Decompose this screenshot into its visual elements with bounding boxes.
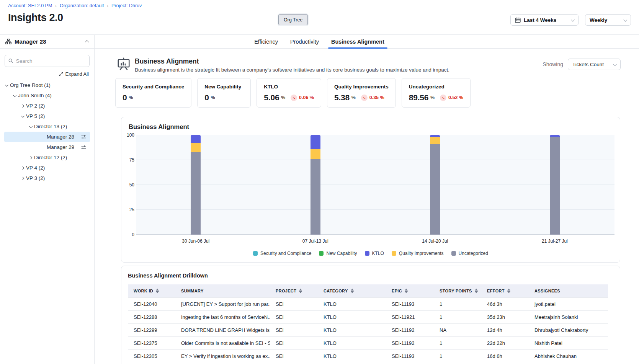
column-header-inner: SUMMARY [181, 289, 270, 293]
sidebar-item-vp-4-2[interactable]: VP 4 (2) [4, 163, 90, 173]
column-header-project[interactable]: PROJECT [270, 284, 318, 297]
breadcrumb-link-account[interactable]: Account: SEI 2.0 PM [8, 3, 52, 8]
column-header-story-points[interactable]: STORY POINTS [434, 284, 481, 297]
table-row[interactable]: SEI-12040[URGENT] EY > Support for job r… [128, 297, 608, 310]
sort-icon[interactable] [156, 289, 159, 293]
legend-item-uncategorized[interactable]: Uncategorized [451, 251, 488, 256]
metric-card-security-and-compliance[interactable]: Security and Compliance0% [115, 78, 191, 108]
chevron-right-icon[interactable] [21, 176, 24, 180]
column-header-work-id[interactable]: WORK ID [128, 284, 175, 297]
sort-icon[interactable] [507, 289, 510, 293]
metric-card-uncategorized[interactable]: Uncategorized89.56%↘0.52 % [402, 78, 471, 108]
breadcrumb-link-project[interactable]: Project: Dhruv [111, 3, 142, 8]
chevron-right-icon[interactable] [21, 166, 24, 169]
chevron-down-icon[interactable] [5, 83, 8, 87]
sidebar-header: Manager 28 [0, 35, 94, 49]
legend-item-new-capability[interactable]: New Capability [319, 251, 357, 256]
table-row[interactable]: SEI-12305EY > Verify if ingestion is wor… [128, 349, 608, 362]
sort-icon[interactable] [475, 289, 478, 293]
sidebar-item-vp-2-2[interactable]: VP 2 (2) [4, 101, 90, 111]
showing-label: Showing [543, 61, 563, 67]
metric-card-new-capability[interactable]: New Capability0% [197, 78, 251, 108]
sliders-icon[interactable] [81, 145, 87, 150]
sort-asc-icon [156, 289, 159, 291]
y-tick-label: 25 [129, 207, 134, 212]
search-input[interactable] [16, 58, 86, 64]
expand-icon [59, 72, 63, 76]
legend-label: Uncategorized [459, 251, 488, 256]
metric-title: KTLO [264, 84, 314, 90]
sidebar-item-john-smith-4[interactable]: John Smith (4) [4, 90, 90, 101]
table-row[interactable]: SEI-12375Older Commits is not available … [128, 336, 608, 349]
sidebar-item-director-13-2[interactable]: Director 13 (2) [4, 121, 90, 132]
chart-card: Business Alignment 0255075100 30 Jun-06 … [121, 117, 620, 263]
tab-business-alignment[interactable]: Business Alignment [330, 35, 385, 48]
sidebar-item-vp-3-2[interactable]: VP 3 (2) [4, 173, 90, 183]
legend-item-ktlo[interactable]: KTLO [365, 251, 384, 256]
expand-all-button[interactable]: Expand All [5, 71, 89, 77]
breadcrumb-link-organization[interactable]: Organization: default [60, 3, 104, 8]
metric-card-ktlo[interactable]: KTLO5.06%↘0.06 % [257, 78, 321, 108]
tree-item-label: John Smith (4) [18, 93, 87, 98]
table-row[interactable]: SEI-12299DORA TREND LINE GRAPH Widgets i… [128, 323, 608, 336]
sidebar-item-org-tree-root-1[interactable]: Org Tree Root (1) [4, 80, 90, 90]
metric-change-badge: ↘0.35 % [361, 95, 384, 101]
chevron-down-icon[interactable] [13, 94, 16, 97]
collapse-chevron-icon[interactable] [85, 40, 89, 44]
header-controls: Last 4 Weeks Weekly [510, 14, 631, 26]
legend-item-quality-improvements[interactable]: Quality Improvements [392, 251, 444, 256]
bar-segment-ktlo[interactable] [430, 135, 440, 137]
showing-value: Tickets Count [572, 62, 613, 67]
chevron-right-icon[interactable] [21, 104, 24, 107]
metric-card-quality-improvements[interactable]: Quality Improvements5.38%↘0.35 % [327, 78, 396, 108]
bar-segment-ktlo[interactable] [550, 135, 560, 137]
sidebar-item-director-12-2[interactable]: Director 12 (2) [4, 152, 90, 163]
legend-swatch [392, 251, 396, 256]
chevron-down-icon[interactable] [21, 114, 24, 118]
bar-segment-quality-improvements[interactable] [430, 137, 440, 144]
column-header-assignees: ASSIGNEES [529, 284, 608, 297]
cell-effort: 46d 3h [481, 297, 529, 310]
bar-segment-quality-improvements[interactable] [191, 143, 201, 152]
cell-category: KTLO [318, 349, 386, 362]
cell-story-points: 1 [434, 349, 481, 362]
cell-assignees: Abhishek Chauhan [529, 349, 608, 362]
bar-segment-quality-improvements[interactable] [311, 149, 320, 159]
legend-swatch [451, 251, 456, 256]
cell-summary: Older Commits is not available in SEI - … [175, 336, 270, 349]
column-header-category[interactable]: CATEGORY [318, 284, 386, 297]
drilldown-title: Business Alignment Drilldown [128, 273, 613, 279]
sort-desc-icon [156, 291, 159, 293]
bar-segment-ktlo[interactable] [191, 135, 201, 143]
showing-dropdown[interactable]: Tickets Count [568, 59, 621, 70]
cell-assignees: jyoti.patel [529, 297, 608, 310]
legend-item-security-and-compliance[interactable]: Security and Compliance [253, 251, 311, 256]
bar-segment-uncategorized[interactable] [191, 152, 201, 235]
tab-efficiency[interactable]: Efficiency [253, 35, 279, 48]
interval-dropdown[interactable]: Weekly [585, 14, 631, 26]
sort-icon[interactable] [405, 289, 408, 293]
bar-segment-uncategorized[interactable] [550, 137, 560, 235]
bar-segment-uncategorized[interactable] [311, 159, 320, 235]
cell-project: SEI [270, 349, 318, 362]
tab-productivity[interactable]: Productivity [289, 35, 320, 48]
column-label: EPIC [392, 289, 402, 293]
cell-effort: 16d 6h [481, 349, 529, 362]
bar-segment-ktlo[interactable] [311, 135, 320, 149]
sidebar-item-manager-28[interactable]: Manager 28 [4, 132, 90, 142]
business-alignment-icon [117, 57, 131, 71]
sort-icon[interactable] [299, 289, 302, 293]
date-range-dropdown[interactable]: Last 4 Weeks [510, 14, 579, 26]
sliders-icon[interactable] [81, 134, 87, 140]
table-row[interactable]: SEI-12288Ingesting the last 6 months of … [128, 310, 608, 323]
column-header-effort[interactable]: EFFORT [481, 284, 529, 297]
column-header-epic[interactable]: EPIC [386, 284, 434, 297]
chevron-right-icon[interactable] [29, 156, 32, 159]
org-tree-button[interactable]: Org Tree [278, 14, 308, 25]
sidebar-item-manager-29[interactable]: Manager 29 [4, 142, 90, 152]
chevron-down-icon[interactable] [29, 125, 32, 128]
sidebar-item-vp-5-2[interactable]: VP 5 (2) [4, 111, 90, 121]
bar-segment-uncategorized[interactable] [430, 144, 440, 235]
app-header: Account: SEI 2.0 PM›Organization: defaul… [0, 0, 639, 34]
sort-icon[interactable] [351, 289, 354, 293]
